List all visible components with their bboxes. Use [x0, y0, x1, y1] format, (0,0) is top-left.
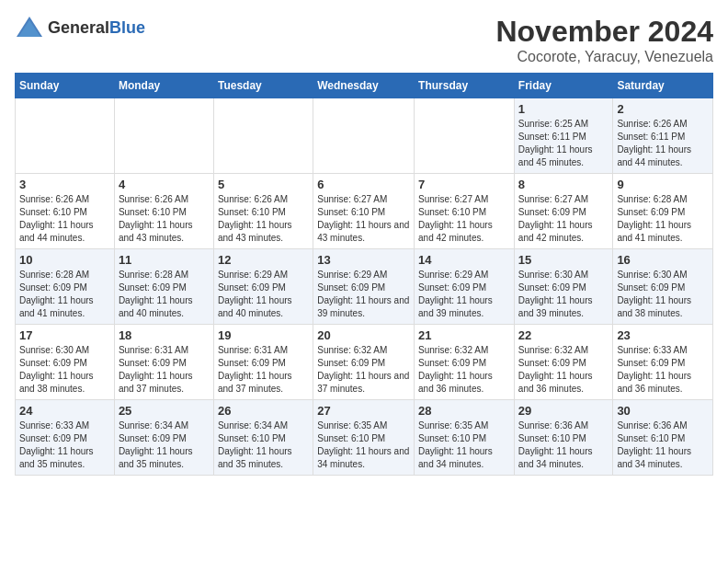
day-number: 3 — [19, 178, 110, 191]
day-content: Sunrise: 6:31 AM Sunset: 6:09 PM Dayligh… — [119, 344, 210, 396]
calendar-cell: 10Sunrise: 6:28 AM Sunset: 6:09 PM Dayli… — [16, 249, 115, 325]
calendar-cell: 17Sunrise: 6:30 AM Sunset: 6:09 PM Dayli… — [16, 325, 115, 400]
main-title: November 2024 — [495, 15, 713, 49]
col-header-thursday: Thursday — [415, 74, 515, 98]
day-number: 16 — [617, 253, 709, 267]
day-content: Sunrise: 6:30 AM Sunset: 6:09 PM Dayligh… — [617, 269, 709, 320]
day-number: 9 — [617, 178, 709, 191]
day-content: Sunrise: 6:27 AM Sunset: 6:10 PM Dayligh… — [317, 193, 410, 245]
week-row-3: 17Sunrise: 6:30 AM Sunset: 6:09 PM Dayli… — [16, 325, 713, 400]
day-number: 30 — [617, 404, 709, 418]
logo-general: General — [48, 18, 109, 37]
calendar-cell: 12Sunrise: 6:29 AM Sunset: 6:09 PM Dayli… — [213, 249, 313, 325]
calendar-cell — [114, 98, 213, 174]
calendar-cell: 18Sunrise: 6:31 AM Sunset: 6:09 PM Dayli… — [114, 325, 213, 400]
calendar-cell: 4Sunrise: 6:26 AM Sunset: 6:10 PM Daylig… — [114, 174, 213, 249]
day-content: Sunrise: 6:27 AM Sunset: 6:09 PM Dayligh… — [518, 193, 609, 245]
day-content: Sunrise: 6:29 AM Sunset: 6:09 PM Dayligh… — [317, 269, 410, 320]
calendar-cell: 8Sunrise: 6:27 AM Sunset: 6:09 PM Daylig… — [514, 174, 613, 249]
logo-blue: Blue — [109, 18, 145, 37]
calendar-cell: 1Sunrise: 6:25 AM Sunset: 6:11 PM Daylig… — [514, 98, 613, 174]
calendar-cell: 21Sunrise: 6:32 AM Sunset: 6:09 PM Dayli… — [415, 325, 515, 400]
logo-icon — [15, 15, 44, 40]
week-row-0: 1Sunrise: 6:25 AM Sunset: 6:11 PM Daylig… — [16, 98, 713, 174]
calendar-cell: 26Sunrise: 6:34 AM Sunset: 6:10 PM Dayli… — [213, 400, 313, 476]
calendar-cell: 7Sunrise: 6:27 AM Sunset: 6:10 PM Daylig… — [415, 174, 515, 249]
logo: GeneralBlue — [15, 15, 145, 40]
day-number: 1 — [518, 102, 609, 116]
day-number: 19 — [218, 328, 309, 342]
calendar-cell: 15Sunrise: 6:30 AM Sunset: 6:09 PM Dayli… — [514, 249, 613, 325]
day-number: 26 — [218, 404, 309, 418]
calendar-cell: 27Sunrise: 6:35 AM Sunset: 6:10 PM Dayli… — [313, 400, 415, 476]
day-number: 11 — [119, 253, 210, 267]
calendar-cell: 30Sunrise: 6:36 AM Sunset: 6:10 PM Dayli… — [613, 400, 713, 476]
header-row: SundayMondayTuesdayWednesdayThursdayFrid… — [16, 74, 713, 98]
col-header-friday: Friday — [514, 74, 613, 98]
calendar-cell — [16, 98, 115, 174]
day-content: Sunrise: 6:26 AM Sunset: 6:10 PM Dayligh… — [19, 193, 110, 245]
day-number: 20 — [317, 328, 410, 342]
day-number: 17 — [19, 328, 110, 342]
day-content: Sunrise: 6:30 AM Sunset: 6:09 PM Dayligh… — [19, 344, 110, 396]
title-area: November 2024 Cocorote, Yaracuy, Venezue… — [495, 15, 713, 65]
day-number: 5 — [218, 178, 309, 191]
day-content: Sunrise: 6:32 AM Sunset: 6:09 PM Dayligh… — [418, 344, 510, 396]
day-content: Sunrise: 6:32 AM Sunset: 6:09 PM Dayligh… — [518, 344, 609, 396]
day-content: Sunrise: 6:34 AM Sunset: 6:10 PM Dayligh… — [218, 419, 309, 471]
day-content: Sunrise: 6:34 AM Sunset: 6:09 PM Dayligh… — [119, 419, 210, 471]
calendar-cell: 2Sunrise: 6:26 AM Sunset: 6:11 PM Daylig… — [613, 98, 713, 174]
calendar-cell: 6Sunrise: 6:27 AM Sunset: 6:10 PM Daylig… — [313, 174, 415, 249]
day-number: 24 — [19, 404, 110, 418]
day-content: Sunrise: 6:31 AM Sunset: 6:09 PM Dayligh… — [218, 344, 309, 396]
day-number: 8 — [518, 178, 609, 191]
week-row-1: 3Sunrise: 6:26 AM Sunset: 6:10 PM Daylig… — [16, 174, 713, 249]
calendar-cell: 9Sunrise: 6:28 AM Sunset: 6:09 PM Daylig… — [613, 174, 713, 249]
day-content: Sunrise: 6:35 AM Sunset: 6:10 PM Dayligh… — [317, 419, 410, 471]
header: GeneralBlue November 2024 Cocorote, Yara… — [15, 15, 713, 65]
day-number: 6 — [317, 178, 410, 191]
calendar-cell: 11Sunrise: 6:28 AM Sunset: 6:09 PM Dayli… — [114, 249, 213, 325]
day-content: Sunrise: 6:35 AM Sunset: 6:10 PM Dayligh… — [418, 419, 510, 471]
day-content: Sunrise: 6:26 AM Sunset: 6:10 PM Dayligh… — [218, 193, 309, 245]
calendar-table: SundayMondayTuesdayWednesdayThursdayFrid… — [15, 73, 713, 476]
day-number: 7 — [418, 178, 510, 191]
day-content: Sunrise: 6:28 AM Sunset: 6:09 PM Dayligh… — [19, 269, 110, 320]
calendar-cell: 19Sunrise: 6:31 AM Sunset: 6:09 PM Dayli… — [213, 325, 313, 400]
col-header-saturday: Saturday — [613, 74, 713, 98]
day-content: Sunrise: 6:30 AM Sunset: 6:09 PM Dayligh… — [518, 269, 609, 320]
day-number: 25 — [119, 404, 210, 418]
svg-marker-1 — [18, 20, 40, 37]
day-content: Sunrise: 6:27 AM Sunset: 6:10 PM Dayligh… — [418, 193, 510, 245]
day-content: Sunrise: 6:28 AM Sunset: 6:09 PM Dayligh… — [119, 269, 210, 320]
day-content: Sunrise: 6:33 AM Sunset: 6:09 PM Dayligh… — [617, 344, 709, 396]
week-row-2: 10Sunrise: 6:28 AM Sunset: 6:09 PM Dayli… — [16, 249, 713, 325]
calendar-cell: 25Sunrise: 6:34 AM Sunset: 6:09 PM Dayli… — [114, 400, 213, 476]
col-header-monday: Monday — [114, 74, 213, 98]
day-number: 10 — [19, 253, 110, 267]
day-content: Sunrise: 6:32 AM Sunset: 6:09 PM Dayligh… — [317, 344, 410, 396]
day-content: Sunrise: 6:29 AM Sunset: 6:09 PM Dayligh… — [418, 269, 510, 320]
calendar-cell: 16Sunrise: 6:30 AM Sunset: 6:09 PM Dayli… — [613, 249, 713, 325]
day-number: 23 — [617, 328, 709, 342]
day-number: 14 — [418, 253, 510, 267]
day-number: 13 — [317, 253, 410, 267]
day-content: Sunrise: 6:28 AM Sunset: 6:09 PM Dayligh… — [617, 193, 709, 245]
calendar-cell: 29Sunrise: 6:36 AM Sunset: 6:10 PM Dayli… — [514, 400, 613, 476]
day-number: 21 — [418, 328, 510, 342]
col-header-tuesday: Tuesday — [213, 74, 313, 98]
day-content: Sunrise: 6:29 AM Sunset: 6:09 PM Dayligh… — [218, 269, 309, 320]
col-header-wednesday: Wednesday — [313, 74, 415, 98]
calendar-cell: 23Sunrise: 6:33 AM Sunset: 6:09 PM Dayli… — [613, 325, 713, 400]
calendar-cell — [213, 98, 313, 174]
day-content: Sunrise: 6:26 AM Sunset: 6:11 PM Dayligh… — [617, 118, 709, 169]
day-number: 18 — [119, 328, 210, 342]
day-number: 27 — [317, 404, 410, 418]
day-number: 22 — [518, 328, 609, 342]
day-number: 29 — [518, 404, 609, 418]
calendar-cell — [313, 98, 415, 174]
subtitle: Cocorote, Yaracuy, Venezuela — [495, 49, 713, 65]
col-header-sunday: Sunday — [16, 74, 115, 98]
week-row-4: 24Sunrise: 6:33 AM Sunset: 6:09 PM Dayli… — [16, 400, 713, 476]
day-content: Sunrise: 6:36 AM Sunset: 6:10 PM Dayligh… — [518, 419, 609, 471]
